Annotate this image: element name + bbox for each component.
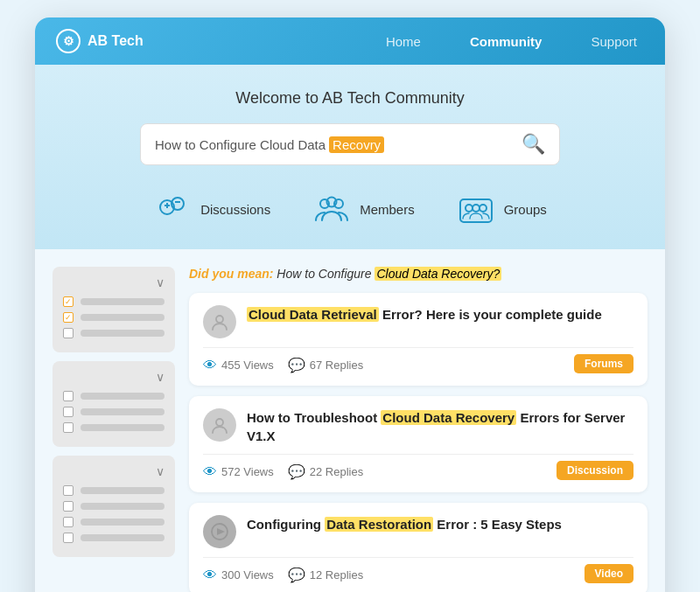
filter-checkbox[interactable] [63, 485, 74, 496]
filter-item[interactable] [63, 422, 164, 433]
brand: ⚙ AB Tech [56, 29, 379, 53]
filter-item[interactable] [63, 407, 164, 417]
filter-line [80, 424, 164, 431]
search-input-display: How to Configure Cloud Data Recovry [155, 136, 522, 153]
app-window: ⚙ AB Tech Home Community Support Welcome… [35, 17, 665, 592]
filter-line [80, 487, 164, 494]
filter-checkbox[interactable] [63, 501, 74, 512]
search-text-prefix: How to Configure Cloud Data [155, 137, 326, 152]
avatar-1 [203, 305, 236, 338]
result-meta-1: 👁 455 Views 💬 67 Replies [203, 357, 634, 373]
filter-item[interactable] [63, 391, 164, 401]
tab-discussions[interactable]: Discussions [153, 190, 270, 228]
views-item-3: 👁 300 Views [203, 568, 274, 583]
hero-section: Welcome to AB Tech Community How to Conf… [35, 65, 665, 249]
groups-icon [457, 190, 495, 228]
filter-group-3: ∨ [52, 456, 175, 557]
result-title-prefix-3: Configuring [247, 517, 325, 532]
tab-members-label: Members [360, 202, 415, 217]
result-card-2[interactable]: How to Troubleshoot Cloud Data Recovery … [189, 396, 648, 492]
result-card-1[interactable]: Cloud Data Retrieval Error? Here is your… [189, 293, 648, 386]
dym-label: Did you mean: [189, 267, 273, 281]
replies-label-2: 22 Replies [310, 465, 363, 478]
avatar-2 [203, 408, 236, 442]
filter-checkbox[interactable] [63, 517, 74, 527]
search-button[interactable]: 🔍 [522, 133, 545, 156]
result-title-highlight-3: Data Restoration [325, 517, 433, 532]
brand-label: AB Tech [88, 33, 144, 49]
tab-members[interactable]: Members [312, 190, 415, 228]
result-title-2: How to Troubleshoot Cloud Data Recovery … [247, 408, 634, 445]
filter-line [80, 534, 164, 541]
svg-point-13 [216, 419, 223, 426]
filter-line [80, 314, 164, 321]
tag-badge-1: Forums [574, 354, 634, 373]
nav-home[interactable]: Home [379, 31, 428, 52]
svg-point-9 [466, 205, 472, 212]
tag-badge-2: Discussion [556, 461, 634, 480]
results-list: Did you mean: How to Configure Cloud Dat… [189, 267, 648, 592]
hero-title: Welcome to AB Tech Community [70, 89, 630, 108]
result-title-highlight-2: Cloud Data Recovery [381, 410, 516, 425]
category-tabs: Discussions Members [70, 186, 630, 228]
filter-checkbox[interactable] [63, 328, 74, 338]
views-item-2: 👁 572 Views [203, 464, 274, 480]
filter-item[interactable]: ✓ [63, 312, 164, 323]
chat-icon-1: 💬 [288, 357, 305, 373]
filter-item[interactable] [63, 501, 164, 512]
navbar: ⚙ AB Tech Home Community Support [35, 17, 665, 65]
filter-item[interactable]: ✓ [63, 296, 164, 307]
filter-checkbox[interactable]: ✓ [63, 296, 74, 307]
chat-icon-2: 💬 [288, 463, 305, 480]
filter-item[interactable] [63, 517, 164, 527]
filter-checkbox[interactable] [63, 407, 74, 417]
dym-query-prefix: How to Configure [276, 267, 374, 281]
filter-group-2: ∨ [52, 361, 175, 447]
main-content: ∨ ✓ ✓ ∨ [35, 249, 665, 592]
views-label-2: 572 Views [221, 465, 274, 478]
gear-icon: ⚙ [56, 29, 80, 53]
avatar-3 [203, 515, 236, 548]
result-title-1: Cloud Data Retrieval Error? Here is your… [247, 305, 634, 324]
filter-line [80, 330, 164, 337]
result-meta-3: 👁 300 Views 💬 12 Replies [203, 567, 634, 583]
filter-group-header-1[interactable]: ∨ [63, 275, 164, 289]
sidebar: ∨ ✓ ✓ ∨ [52, 267, 175, 592]
filter-checkbox[interactable]: ✓ [63, 312, 74, 323]
filter-item[interactable] [63, 533, 164, 543]
result-top-2: How to Troubleshoot Cloud Data Recovery … [203, 408, 634, 445]
filter-line [80, 393, 164, 400]
filter-line [80, 408, 164, 415]
nav-support[interactable]: Support [584, 31, 644, 52]
did-you-mean: Did you mean: How to Configure Cloud Dat… [189, 267, 648, 281]
search-highlight: Recovry [329, 136, 384, 153]
dym-query-highlight: Cloud Data Recovery? [374, 267, 501, 281]
filter-line [80, 519, 164, 526]
filter-item[interactable] [63, 328, 164, 338]
eye-icon-3: 👁 [203, 568, 217, 583]
filter-group-header-2[interactable]: ∨ [63, 370, 164, 384]
nav-community[interactable]: Community [463, 31, 550, 52]
filter-checkbox[interactable] [63, 533, 74, 543]
svg-point-11 [472, 205, 480, 212]
chat-icon-3: 💬 [288, 567, 305, 583]
filter-checkbox[interactable] [63, 391, 74, 401]
filter-item[interactable] [63, 485, 164, 496]
tab-groups[interactable]: Groups [457, 190, 547, 228]
tab-groups-label: Groups [504, 202, 547, 217]
views-label-3: 300 Views [221, 568, 274, 582]
result-title-suffix-3: Error : 5 Easy Steps [433, 517, 562, 532]
filter-line [80, 503, 164, 510]
discussions-icon [153, 190, 192, 228]
filter-group-header-3[interactable]: ∨ [63, 464, 164, 478]
result-divider-1 [203, 347, 634, 348]
result-card-3[interactable]: Configuring Data Restoration Error : 5 E… [189, 503, 648, 592]
tab-discussions-label: Discussions [200, 202, 270, 217]
navbar-links: Home Community Support [379, 31, 644, 52]
result-divider-2 [203, 454, 634, 455]
replies-item-2: 💬 22 Replies [288, 463, 363, 480]
filter-checkbox[interactable] [63, 422, 74, 433]
search-bar[interactable]: How to Configure Cloud Data Recovry 🔍 [140, 123, 560, 165]
members-icon [312, 190, 351, 228]
views-item-1: 👁 455 Views [203, 358, 274, 373]
